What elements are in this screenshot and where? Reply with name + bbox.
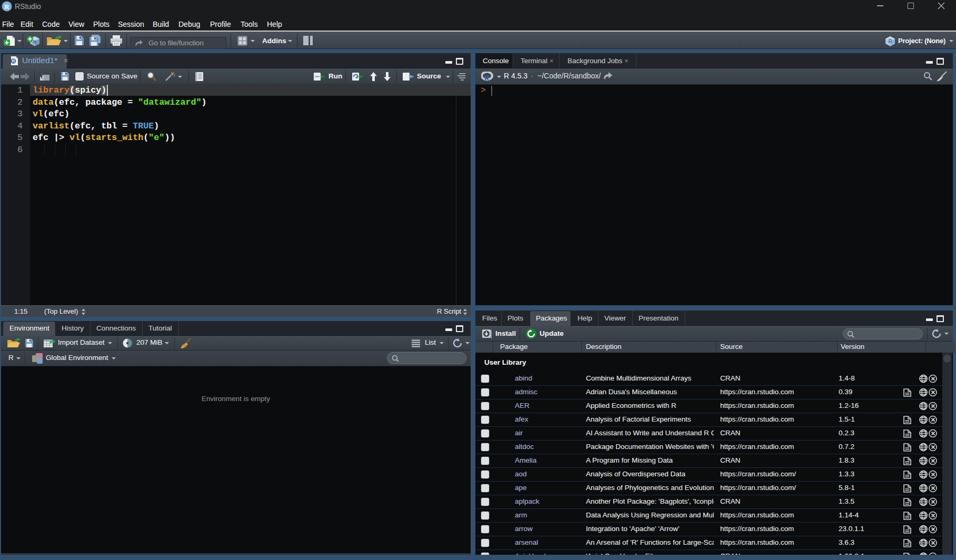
- svg-text:R: R: [33, 39, 37, 45]
- svg-text:R: R: [888, 38, 892, 44]
- svg-text:R: R: [484, 74, 490, 83]
- svg-text:R: R: [12, 58, 15, 64]
- svg-text:R: R: [4, 3, 9, 11]
